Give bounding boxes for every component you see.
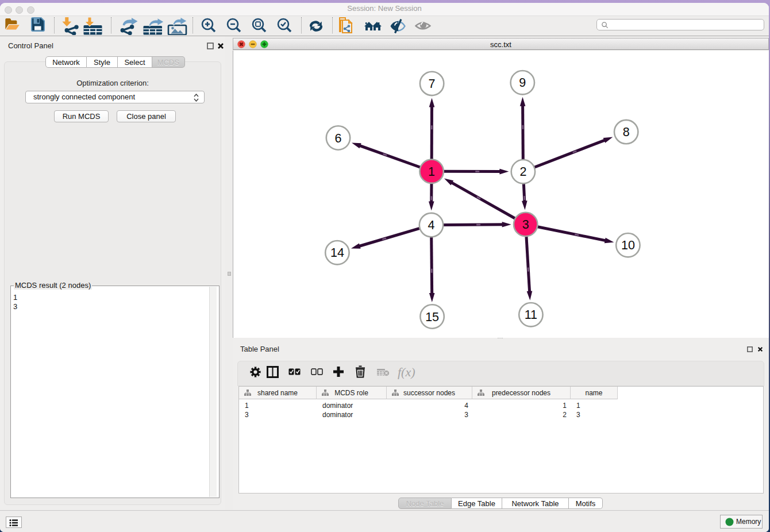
svg-text:4: 4	[428, 218, 435, 232]
svg-text:15: 15	[425, 310, 439, 324]
svg-text:8: 8	[623, 125, 630, 139]
svg-text:1: 1	[428, 165, 435, 179]
svg-text:14: 14	[330, 246, 344, 260]
svg-text:2: 2	[519, 165, 526, 179]
svg-text:3: 3	[522, 218, 529, 232]
svg-text:9: 9	[519, 76, 526, 90]
svg-text:7: 7	[429, 77, 436, 91]
svg-text:10: 10	[621, 238, 635, 252]
svg-text:11: 11	[525, 308, 537, 322]
svg-text:6: 6	[335, 132, 342, 145]
